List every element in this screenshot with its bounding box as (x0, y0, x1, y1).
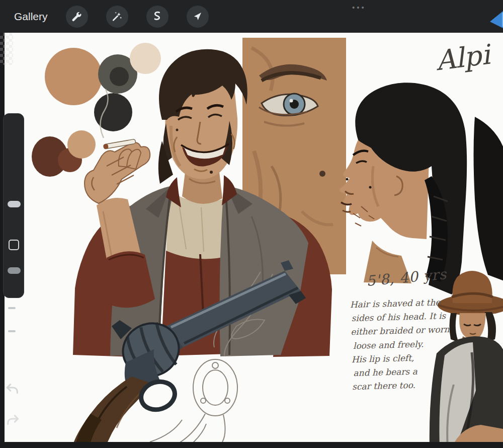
opacity-slider[interactable] (4, 250, 25, 298)
brush-size-handle[interactable] (8, 201, 21, 207)
color-swatch-partial-icon[interactable] (490, 11, 503, 30)
sidebar-tick-mark-1 (8, 307, 16, 309)
opacity-handle[interactable] (8, 267, 21, 274)
cropped-hair-right-edge (474, 117, 503, 281)
adjustments-button[interactable] (106, 6, 128, 28)
undo-arrow-icon (5, 382, 22, 397)
brush-size-slider[interactable] (4, 114, 25, 237)
selection-s-icon (151, 10, 163, 23)
modify-button[interactable] (9, 240, 19, 250)
sidebar-slider-panel (3, 113, 24, 298)
gallery-button[interactable]: Gallery (14, 11, 48, 23)
selection-button[interactable] (146, 6, 169, 28)
transform-arrow-icon (191, 10, 204, 23)
artwork-title-text: Alpi (434, 39, 492, 77)
procreate-app: { "app": { "name": "Procreate" }, "toolb… (0, 0, 503, 448)
profile-portrait (340, 83, 467, 294)
redo-button[interactable] (5, 412, 22, 429)
undo-button[interactable] (5, 381, 22, 398)
redo-arrow-icon (5, 413, 22, 428)
artwork-notes-text: Hair is shaved at the sides of his head.… (350, 295, 473, 394)
transparency-checker (0, 33, 13, 65)
top-toolbar: Gallery •• (0, 0, 503, 33)
sidebar-tick-mark-2 (8, 330, 16, 332)
system-dots-indicator[interactable]: ••• (352, 3, 366, 12)
drawing-canvas[interactable]: Alpi 5'8, 40 yrs Hair is shaved at the s… (0, 33, 503, 442)
bottom-edge-strip (0, 442, 503, 448)
transform-button[interactable] (187, 6, 209, 28)
actions-button[interactable] (66, 6, 88, 28)
wrench-icon (70, 10, 83, 23)
magic-wand-icon (111, 10, 123, 23)
